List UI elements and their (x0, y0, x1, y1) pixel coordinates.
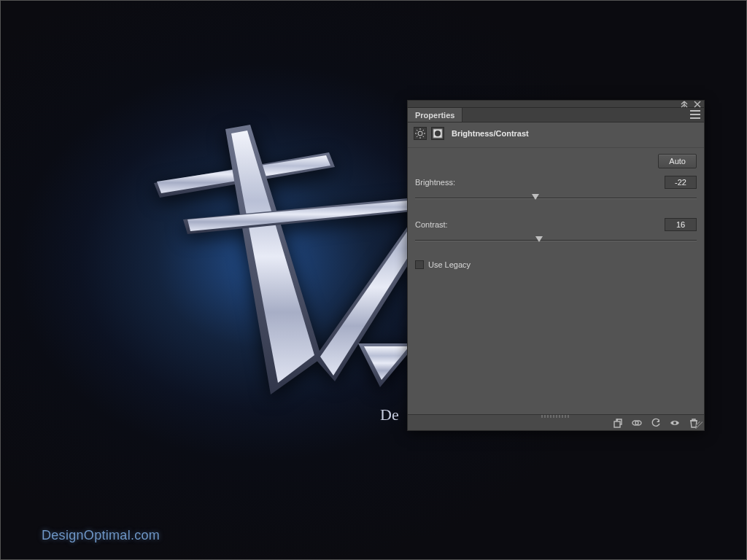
properties-panel: Properties Brightness/Contrast Auto (407, 100, 705, 431)
close-icon[interactable] (694, 101, 701, 108)
use-legacy-row: Use Legacy (415, 260, 697, 269)
layer-mask-icon[interactable] (431, 127, 444, 140)
svg-line-6 (423, 136, 424, 137)
brightness-adjustment-icon[interactable] (414, 127, 427, 140)
brightness-slider-thumb[interactable] (532, 194, 539, 200)
panel-tabs: Properties (408, 108, 704, 122)
brightness-label: Brightness: (415, 178, 455, 187)
brightness-slider[interactable] (415, 193, 697, 203)
reset-icon[interactable] (650, 417, 662, 429)
panel-top-strip (408, 101, 704, 108)
brightness-control: Brightness: -22 (415, 176, 697, 203)
use-legacy-label: Use Legacy (428, 260, 471, 269)
contrast-value[interactable]: 16 (665, 218, 697, 231)
svg-point-10 (435, 131, 441, 136)
panel-menu-icon[interactable] (690, 110, 700, 119)
svg-rect-11 (614, 421, 620, 427)
tab-properties[interactable]: Properties (408, 108, 462, 122)
brightness-value[interactable]: -22 (665, 176, 697, 189)
contrast-label: Contrast: (415, 220, 448, 229)
slider-track (415, 198, 697, 199)
view-previous-state-icon[interactable] (631, 417, 643, 429)
resize-grip[interactable] (695, 421, 703, 429)
contrast-slider[interactable] (415, 236, 697, 246)
slider-track (415, 240, 697, 241)
footer-grip (541, 415, 570, 418)
panel-footer (408, 414, 704, 430)
adjustment-title: Brightness/Contrast (452, 129, 529, 138)
visibility-eye-icon[interactable] (669, 417, 681, 429)
auto-button[interactable]: Auto (658, 154, 697, 168)
logo-subtext: De (380, 405, 399, 424)
panel-body: Auto Brightness: -22 Contrast: 16 (408, 148, 704, 413)
svg-line-5 (417, 130, 417, 131)
contrast-slider-thumb[interactable] (535, 236, 543, 242)
collapse-icon[interactable] (681, 101, 688, 108)
panel-header: Brightness/Contrast (408, 122, 704, 148)
contrast-control: Contrast: 16 (415, 218, 697, 246)
watermark-text: DesignOptimal.com (42, 528, 160, 543)
use-legacy-checkbox[interactable] (415, 260, 424, 269)
svg-line-8 (417, 136, 417, 137)
svg-line-7 (423, 130, 424, 131)
svg-point-0 (418, 131, 422, 136)
svg-point-14 (673, 421, 676, 424)
clip-to-layer-icon[interactable] (612, 417, 624, 429)
